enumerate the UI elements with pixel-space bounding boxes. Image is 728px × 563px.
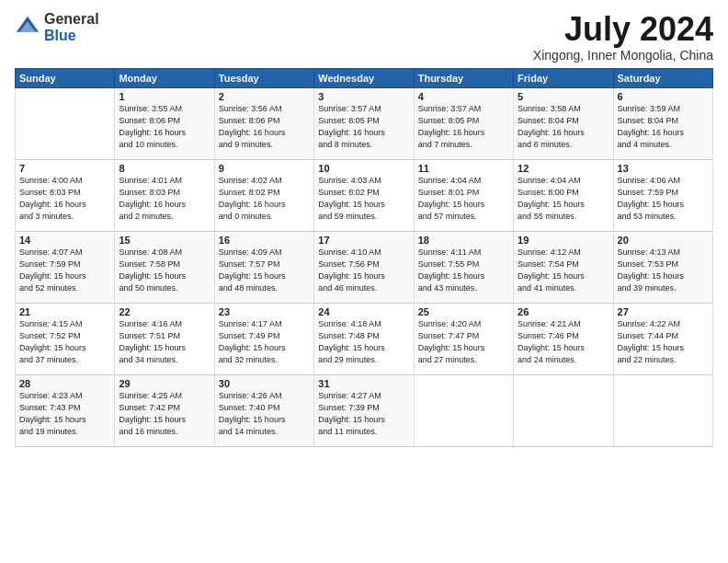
day-info: Sunrise: 4:18 AM Sunset: 7:48 PM Dayligh…: [318, 318, 409, 366]
day-number: 29: [119, 378, 210, 389]
month-title: July 2024: [533, 11, 713, 48]
day-info: Sunrise: 3:57 AM Sunset: 8:05 PM Dayligh…: [318, 103, 409, 151]
col-sunday: Sunday: [16, 68, 115, 87]
day-info: Sunrise: 3:58 AM Sunset: 8:04 PM Dayligh…: [518, 103, 609, 151]
day-number: 17: [318, 235, 409, 246]
col-thursday: Thursday: [414, 68, 513, 87]
day-cell: 9Sunrise: 4:02 AM Sunset: 8:02 PM Daylig…: [214, 159, 313, 231]
day-info: Sunrise: 3:56 AM Sunset: 8:06 PM Dayligh…: [219, 103, 310, 151]
day-number: 2: [219, 91, 310, 102]
day-cell: 18Sunrise: 4:11 AM Sunset: 7:55 PM Dayli…: [414, 231, 513, 303]
day-number: 5: [518, 91, 609, 102]
logo-text: General Blue: [44, 11, 99, 43]
day-info: Sunrise: 4:26 AM Sunset: 7:40 PM Dayligh…: [219, 390, 310, 438]
day-info: Sunrise: 4:04 AM Sunset: 8:01 PM Dayligh…: [418, 175, 509, 223]
day-cell: 11Sunrise: 4:04 AM Sunset: 8:01 PM Dayli…: [414, 159, 513, 231]
day-info: Sunrise: 3:57 AM Sunset: 8:05 PM Dayligh…: [418, 103, 509, 151]
day-info: Sunrise: 4:10 AM Sunset: 7:56 PM Dayligh…: [318, 247, 409, 294]
day-cell: [414, 374, 513, 446]
day-number: 6: [618, 91, 709, 102]
day-cell: 27Sunrise: 4:22 AM Sunset: 7:44 PM Dayli…: [613, 303, 712, 374]
day-info: Sunrise: 4:12 AM Sunset: 7:54 PM Dayligh…: [518, 247, 609, 294]
logo: General Blue: [15, 11, 99, 43]
day-info: Sunrise: 4:06 AM Sunset: 7:59 PM Dayligh…: [618, 175, 709, 223]
day-number: 4: [418, 91, 509, 102]
day-cell: 17Sunrise: 4:10 AM Sunset: 7:56 PM Dayli…: [314, 231, 414, 303]
day-cell: 8Sunrise: 4:01 AM Sunset: 8:03 PM Daylig…: [115, 159, 214, 231]
day-number: 9: [219, 163, 310, 174]
day-number: 22: [119, 306, 210, 317]
day-info: Sunrise: 3:59 AM Sunset: 8:04 PM Dayligh…: [618, 103, 709, 151]
day-cell: 10Sunrise: 4:03 AM Sunset: 8:02 PM Dayli…: [314, 159, 414, 231]
day-number: 8: [119, 163, 210, 174]
day-cell: 29Sunrise: 4:25 AM Sunset: 7:42 PM Dayli…: [115, 374, 214, 446]
week-row-2: 14Sunrise: 4:07 AM Sunset: 7:59 PM Dayli…: [16, 231, 713, 303]
calendar-table: Sunday Monday Tuesday Wednesday Thursday…: [15, 68, 713, 447]
day-number: 25: [418, 306, 509, 317]
day-info: Sunrise: 4:08 AM Sunset: 7:58 PM Dayligh…: [119, 247, 210, 294]
col-saturday: Saturday: [613, 68, 712, 87]
day-info: Sunrise: 3:55 AM Sunset: 8:06 PM Dayligh…: [119, 103, 210, 151]
day-info: Sunrise: 4:00 AM Sunset: 8:03 PM Dayligh…: [19, 175, 110, 223]
day-number: 16: [219, 235, 310, 246]
day-cell: 6Sunrise: 3:59 AM Sunset: 8:04 PM Daylig…: [613, 87, 712, 159]
day-cell: 1Sunrise: 3:55 AM Sunset: 8:06 PM Daylig…: [115, 87, 214, 159]
day-cell: 5Sunrise: 3:58 AM Sunset: 8:04 PM Daylig…: [514, 87, 613, 159]
day-info: Sunrise: 4:09 AM Sunset: 7:57 PM Dayligh…: [219, 247, 310, 294]
day-number: 26: [518, 306, 609, 317]
day-number: 3: [318, 91, 409, 102]
day-cell: 4Sunrise: 3:57 AM Sunset: 8:05 PM Daylig…: [414, 87, 513, 159]
col-wednesday: Wednesday: [314, 68, 414, 87]
day-info: Sunrise: 4:01 AM Sunset: 8:03 PM Dayligh…: [119, 175, 210, 223]
day-cell: 31Sunrise: 4:27 AM Sunset: 7:39 PM Dayli…: [314, 374, 414, 446]
week-row-3: 21Sunrise: 4:15 AM Sunset: 7:52 PM Dayli…: [16, 303, 713, 374]
day-cell: [16, 87, 115, 159]
day-info: Sunrise: 4:17 AM Sunset: 7:49 PM Dayligh…: [219, 318, 310, 366]
day-cell: 15Sunrise: 4:08 AM Sunset: 7:58 PM Dayli…: [115, 231, 214, 303]
day-number: 20: [618, 235, 709, 246]
day-cell: 19Sunrise: 4:12 AM Sunset: 7:54 PM Dayli…: [514, 231, 613, 303]
day-info: Sunrise: 4:04 AM Sunset: 8:00 PM Dayligh…: [518, 175, 609, 223]
day-cell: 25Sunrise: 4:20 AM Sunset: 7:47 PM Dayli…: [414, 303, 513, 374]
day-info: Sunrise: 4:02 AM Sunset: 8:02 PM Dayligh…: [219, 175, 310, 223]
day-cell: 26Sunrise: 4:21 AM Sunset: 7:46 PM Dayli…: [514, 303, 613, 374]
day-info: Sunrise: 4:25 AM Sunset: 7:42 PM Dayligh…: [119, 390, 210, 438]
day-number: 21: [19, 306, 110, 317]
day-cell: 30Sunrise: 4:26 AM Sunset: 7:40 PM Dayli…: [214, 374, 313, 446]
day-number: 24: [318, 306, 409, 317]
col-friday: Friday: [514, 68, 613, 87]
day-info: Sunrise: 4:23 AM Sunset: 7:43 PM Dayligh…: [19, 390, 110, 438]
day-info: Sunrise: 4:03 AM Sunset: 8:02 PM Dayligh…: [318, 175, 409, 223]
day-info: Sunrise: 4:21 AM Sunset: 7:46 PM Dayligh…: [518, 318, 609, 366]
day-number: 30: [219, 378, 310, 389]
day-cell: 28Sunrise: 4:23 AM Sunset: 7:43 PM Dayli…: [16, 374, 115, 446]
location-subtitle: Xingong, Inner Mongolia, China: [533, 48, 713, 63]
day-info: Sunrise: 4:15 AM Sunset: 7:52 PM Dayligh…: [19, 318, 110, 366]
day-cell: 2Sunrise: 3:56 AM Sunset: 8:06 PM Daylig…: [214, 87, 313, 159]
day-cell: 13Sunrise: 4:06 AM Sunset: 7:59 PM Dayli…: [613, 159, 712, 231]
page: General Blue July 2024 Xingong, Inner Mo…: [0, 0, 728, 563]
col-tuesday: Tuesday: [214, 68, 313, 87]
week-row-4: 28Sunrise: 4:23 AM Sunset: 7:43 PM Dayli…: [16, 374, 713, 446]
day-cell: 7Sunrise: 4:00 AM Sunset: 8:03 PM Daylig…: [16, 159, 115, 231]
day-cell: [613, 374, 712, 446]
day-number: 12: [518, 163, 609, 174]
day-cell: 20Sunrise: 4:13 AM Sunset: 7:53 PM Dayli…: [613, 231, 712, 303]
day-number: 27: [618, 306, 709, 317]
logo-general: General: [44, 11, 99, 28]
day-number: 13: [618, 163, 709, 174]
day-info: Sunrise: 4:16 AM Sunset: 7:51 PM Dayligh…: [119, 318, 210, 366]
title-block: July 2024 Xingong, Inner Mongolia, China: [533, 11, 713, 63]
day-cell: 21Sunrise: 4:15 AM Sunset: 7:52 PM Dayli…: [16, 303, 115, 374]
logo-icon: [15, 15, 40, 40]
day-info: Sunrise: 4:27 AM Sunset: 7:39 PM Dayligh…: [318, 390, 409, 438]
day-info: Sunrise: 4:20 AM Sunset: 7:47 PM Dayligh…: [418, 318, 509, 366]
day-info: Sunrise: 4:11 AM Sunset: 7:55 PM Dayligh…: [418, 247, 509, 294]
col-monday: Monday: [115, 68, 214, 87]
day-cell: 22Sunrise: 4:16 AM Sunset: 7:51 PM Dayli…: [115, 303, 214, 374]
day-info: Sunrise: 4:22 AM Sunset: 7:44 PM Dayligh…: [618, 318, 709, 366]
day-cell: [514, 374, 613, 446]
day-number: 31: [318, 378, 409, 389]
day-cell: 12Sunrise: 4:04 AM Sunset: 8:00 PM Dayli…: [514, 159, 613, 231]
day-info: Sunrise: 4:07 AM Sunset: 7:59 PM Dayligh…: [19, 247, 110, 294]
